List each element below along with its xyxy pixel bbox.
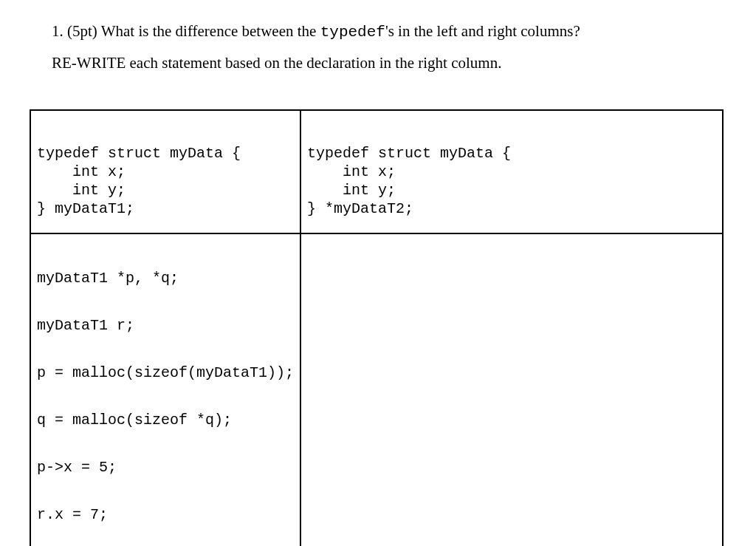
question-line: 1. (5pt) What is the difference between … [52, 22, 704, 41]
code-line: int x; [37, 163, 126, 180]
code-line: } *myDataT2; [307, 200, 413, 217]
code-line: int y; [307, 182, 396, 199]
code-line: p = malloc(sizeof(myDataT1)); [37, 364, 294, 381]
page: 1. (5pt) What is the difference between … [0, 0, 756, 546]
code-line: myDataT1 r; [37, 317, 134, 334]
code-line: typedef struct myData { [307, 145, 511, 162]
typedef-code-word: typedef [320, 24, 385, 41]
code-line: typedef struct myData { [37, 145, 241, 162]
code-line: int x; [307, 163, 396, 180]
code-line: myDataT1 *p, *q; [37, 270, 179, 287]
code-line: p->x = 5; [37, 459, 117, 476]
code-line: int y; [37, 182, 126, 199]
cell-top-left: typedef struct myData { int x; int y; } … [30, 110, 300, 233]
question-suffix: 's in the left and right columns? [385, 22, 580, 40]
code-line: } myDataT1; [37, 200, 134, 217]
instruction-line: RE-WRITE each statement based on the dec… [52, 54, 704, 72]
code-table: typedef struct myData { int x; int y; } … [30, 109, 724, 546]
cell-top-right: typedef struct myData { int x; int y; } … [300, 110, 723, 233]
question-prefix: 1. (5pt) What is the difference between … [52, 22, 320, 40]
code-line: q = malloc(sizeof *q); [37, 412, 232, 429]
cell-bottom-right [300, 233, 723, 546]
code-line: r.x = 7; [37, 506, 108, 523]
cell-bottom-left: myDataT1 *p, *q; myDataT1 r; p = malloc(… [30, 233, 300, 546]
